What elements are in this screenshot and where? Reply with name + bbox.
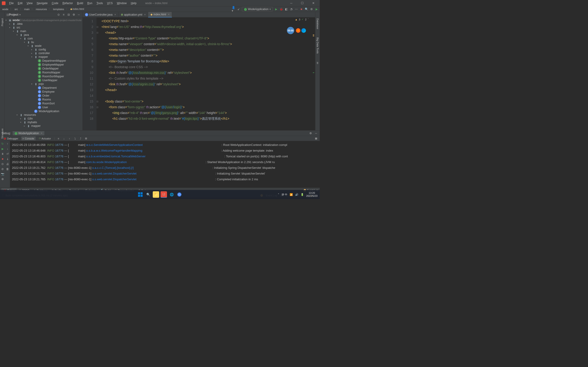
settings-icon[interactable]: ⚙ — [310, 7, 313, 11]
actuator-tab[interactable]: ⟳Actuator — [37, 136, 52, 140]
run-cursor-icon[interactable]: ⤴ — [79, 137, 82, 140]
tree-node-mybatis[interactable]: ▾▮mybatis — [5, 120, 82, 124]
coverage-button[interactable]: ◧ — [284, 7, 288, 11]
attach-button[interactable]: ⋯ — [294, 7, 298, 11]
close-icon[interactable]: × — [41, 132, 43, 135]
tree-node-i18n[interactable]: ▸▮i18n — [5, 117, 82, 120]
evaluate-icon[interactable]: ⊞ — [84, 137, 88, 140]
settings-icon[interactable]: ⚙ — [1, 177, 4, 181]
crumb-wode[interactable]: wode — [1, 7, 9, 11]
maximize-button[interactable]: ☐ — [298, 1, 307, 5]
step-out-icon[interactable]: ↑ — [68, 137, 71, 140]
tree-node-OrderMapper[interactable]: IOrderMapper — [5, 67, 82, 70]
clock[interactable]: 13:20 2022/5/23 — [306, 192, 317, 198]
settings-icon[interactable]: ⚙ — [309, 131, 312, 135]
tree-node-config[interactable]: ▸▮config — [5, 48, 82, 51]
tree-node-mapper[interactable]: ▾▮mapper — [5, 55, 82, 59]
wifi-icon[interactable]: 📶 — [290, 193, 293, 196]
close-icon[interactable]: × — [114, 13, 116, 16]
tree-node-.idea[interactable]: ▸▮.idea — [5, 22, 82, 26]
tree-node-mapper[interactable]: ▸▮mapper — [5, 124, 82, 128]
menu-window[interactable]: Window — [115, 1, 129, 6]
resume-icon[interactable]: ▶ — [1, 147, 4, 151]
menu-vcs[interactable]: VCS — [105, 1, 115, 6]
menu-build[interactable]: Build — [75, 1, 85, 6]
tree-node-java[interactable]: ▾▮java — [5, 33, 82, 37]
tree-node-WodeApplication[interactable]: CWodeApplication — [5, 109, 82, 113]
debug-run-tab[interactable]: ⬤ WodeApplication × — [13, 131, 44, 135]
print-icon[interactable]: 🖨 — [6, 162, 9, 166]
search-icon[interactable]: 🔍 — [145, 191, 151, 198]
menu-view[interactable]: View — [25, 1, 35, 6]
menu-help[interactable]: Help — [129, 1, 138, 6]
chrome-icon[interactable] — [176, 191, 183, 198]
tree-node-Employee[interactable]: CEmployee — [5, 90, 82, 94]
wrap-icon[interactable]: ⏎ — [6, 152, 9, 156]
select-opened-icon[interactable]: ⊙ — [57, 13, 61, 17]
step-over-icon[interactable]: ≡ — [57, 137, 61, 140]
start-button[interactable] — [137, 191, 144, 198]
step-into-icon[interactable]: ↓ — [62, 137, 66, 140]
close-icon[interactable]: × — [144, 13, 146, 16]
clear-icon[interactable]: 🗑 — [6, 167, 9, 171]
hide-icon[interactable]: ─ — [77, 13, 81, 17]
pause-icon[interactable]: ⏸ — [1, 152, 4, 156]
tree-node-wode[interactable]: ▾▮wode — [5, 44, 82, 48]
tree-node-controller[interactable]: ▸▮controller — [5, 51, 82, 55]
tree-node-main[interactable]: ▾▮main — [5, 29, 82, 33]
crumb-index.html[interactable]: ◆index.html — [69, 7, 85, 11]
tree-node-Rooms[interactable]: CRooms — [5, 98, 82, 101]
menu-navigate[interactable]: Navigate — [35, 1, 49, 6]
tree-node-pojo[interactable]: ▾▮pojo — [5, 82, 82, 86]
close-icon[interactable]: × — [168, 13, 170, 16]
tree-node-Order[interactable]: COrder — [5, 94, 82, 98]
inspection-widget[interactable]: ▲3 ✓2 ˇ — [295, 18, 309, 21]
console-output[interactable]: 2022-05-23 13:18:46.058 INFO 16776 --- [… — [10, 141, 320, 188]
tree-node-DepartmentMapper[interactable]: IDepartmentMapper — [5, 59, 82, 63]
mute-icon[interactable]: ⊘ — [1, 167, 4, 171]
profile-button[interactable]: ◔ — [289, 7, 293, 11]
stop-icon[interactable]: ■ — [1, 157, 4, 161]
fold-gutter[interactable]: ⊟⊟ ⊟⊟ — [96, 17, 100, 130]
minimize-button[interactable]: ─ — [287, 1, 296, 5]
crumb-resources[interactable]: resources — [35, 7, 48, 11]
profiler-icon[interactable]: ▶ — [315, 7, 318, 11]
menu-edit[interactable]: Edit — [16, 1, 24, 6]
debugger-tab[interactable]: 🐞Debugger — [2, 136, 19, 140]
tree-node-RoomSort[interactable]: CRoomSort — [5, 101, 82, 105]
rerun-icon[interactable]: ↻ — [1, 142, 4, 146]
layout-icon[interactable]: ▦ — [314, 137, 318, 140]
tool-tab-bigdata[interactable]: Big Data Tools — [316, 35, 320, 56]
close-button[interactable]: ✕ — [309, 1, 318, 5]
marker-bar[interactable]: ▲3 ✓2 ˇ — [312, 17, 315, 130]
tree-node-User[interactable]: CUser — [5, 105, 82, 109]
chrome-canary-icon[interactable]: 🌐 — [168, 191, 175, 198]
crumb-main[interactable]: main — [23, 7, 31, 11]
timer-badge[interactable]: 00:00 — [286, 26, 295, 35]
camera-icon[interactable]: 📷 — [1, 172, 4, 176]
tree-node-liu[interactable]: ▾▮liu — [5, 40, 82, 44]
collapse-icon[interactable]: ⊟ — [67, 13, 70, 17]
tree-node-UserMapper[interactable]: IUserMapper — [5, 78, 82, 82]
intellij-icon[interactable]: IJ — [161, 191, 167, 198]
battery-icon[interactable]: 🔋 — [301, 193, 304, 196]
tree-node-src[interactable]: ▾▮src — [5, 26, 82, 29]
editor-content[interactable]: 123456789101112131415161718 ⊟⊟ ⊟⊟ <!DOCT… — [83, 17, 315, 130]
tree-node-Department[interactable]: CDepartment — [5, 86, 82, 90]
tool-tab-maven[interactable]: m — [316, 60, 320, 66]
hide-icon[interactable]: ─ — [314, 131, 318, 135]
tree-root[interactable]: ▾▣wode D:\study\project\hotel-management… — [5, 18, 82, 22]
debug-button[interactable]: 🐞 — [279, 7, 283, 11]
crumb-src[interactable]: src — [14, 7, 19, 11]
code-area[interactable]: <!DOCTYPE html><html lang="en-US" xmlns:… — [100, 17, 312, 130]
settings-icon[interactable]: ⚙ — [72, 13, 76, 17]
search-icon[interactable]: 🔍 — [304, 7, 308, 11]
tab-application.yml[interactable]: ⬢application.yml× — [119, 12, 148, 17]
drop-frame-icon[interactable]: ⤵ — [73, 137, 77, 140]
firefox-icon[interactable] — [296, 28, 300, 33]
down-icon[interactable]: ↓ — [6, 147, 9, 151]
up-icon[interactable]: ↑ — [6, 142, 9, 146]
tab-UserController.java[interactable]: CUserController.java× — [83, 12, 119, 17]
tool-tab-database[interactable]: Database — [316, 17, 320, 31]
stop-button[interactable]: ■ — [300, 7, 303, 11]
